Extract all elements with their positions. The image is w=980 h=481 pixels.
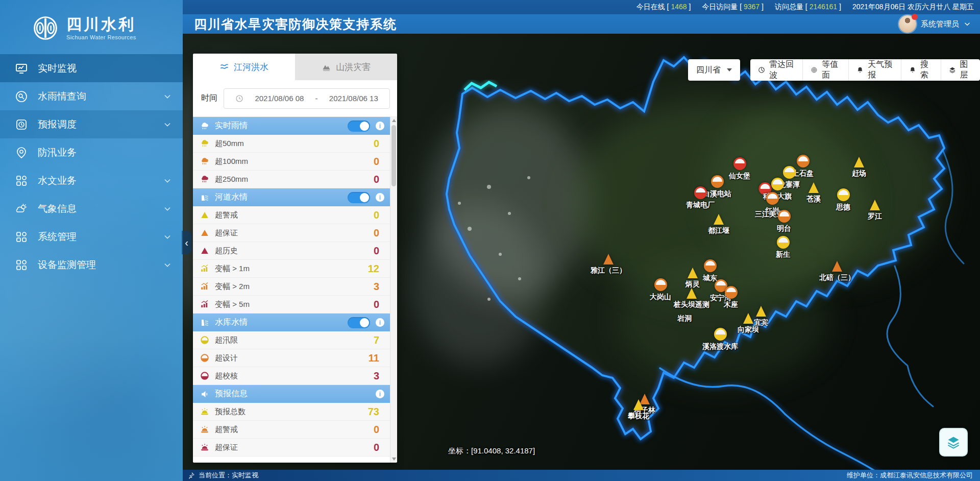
stat-row-value: 0: [374, 156, 379, 167]
stat-row[interactable]: 超100mm0: [193, 153, 390, 171]
stat-row[interactable]: 超历史0: [193, 242, 390, 260]
map-marker[interactable]: 罗江: [868, 200, 882, 221]
stat-row[interactable]: 超250mm0: [193, 171, 390, 188]
layers-icon: [946, 435, 961, 449]
sidebar-item[interactable]: 水文业务: [0, 166, 183, 195]
sidebar-item[interactable]: 实时监视: [0, 54, 183, 82]
map-marker[interactable]: 苍溪: [806, 182, 821, 204]
chevron-down-icon: [964, 20, 971, 28]
stat-row[interactable]: 变幅 > 2m3: [193, 278, 390, 296]
scroll-down-icon[interactable]: [390, 455, 397, 463]
section-header: 水库水情i: [193, 314, 390, 331]
toolbar-button[interactable]: 等值面: [802, 59, 848, 81]
panel-tabs: 江河洪水 山洪灾害: [193, 54, 397, 80]
toggle-switch[interactable]: [348, 121, 370, 132]
marker-label: 攀枝花: [628, 412, 649, 421]
sidebar-item[interactable]: 系统管理: [0, 223, 183, 251]
tab-river-flood[interactable]: 江河洪水: [193, 54, 295, 80]
map-marker[interactable]: 青城电厂: [686, 186, 715, 210]
stat-row[interactable]: 超警戒0: [193, 206, 390, 224]
stat-row[interactable]: 超保证0: [193, 439, 390, 456]
stat-row-label: 超50mm: [215, 139, 374, 149]
map-marker[interactable]: 大岗山: [650, 278, 671, 302]
stat-row-label: 超校核: [215, 371, 374, 381]
toolbar-button[interactable]: 图层: [941, 59, 980, 81]
sidebar-item[interactable]: 预报调度: [0, 110, 183, 138]
basemap-button[interactable]: [939, 428, 968, 456]
toolbar-button[interactable]: 雷达回波: [750, 59, 802, 81]
triangle-marker-icon: [603, 254, 614, 264]
info-icon[interactable]: i: [376, 122, 384, 130]
info-icon[interactable]: i: [376, 193, 384, 202]
map-marker[interactable]: 岩洞: [677, 312, 692, 323]
layers-icon: [949, 65, 956, 75]
stat-row[interactable]: 超警戒0: [193, 421, 390, 439]
info-icon[interactable]: i: [376, 390, 384, 398]
stat-row[interactable]: 超50mm0: [193, 135, 390, 153]
sidebar-collapse-button[interactable]: ‹: [182, 231, 191, 254]
stat-row-label: 预报总数: [215, 407, 368, 417]
alarm-icon: [200, 407, 209, 416]
marker-label: 雅江（三）: [591, 266, 626, 275]
circle-marker-icon: [714, 328, 727, 341]
stat-label: 今日在线 [: [636, 3, 671, 11]
marker-label: 岩洞: [677, 314, 692, 323]
stat-row[interactable]: 变幅 > 5m0: [193, 296, 390, 314]
map-marker[interactable]: 攀枝花: [628, 399, 649, 421]
map-marker[interactable]: 宜宾: [754, 306, 768, 327]
section-header: 预报信息i: [193, 385, 390, 403]
sidebar-item-label: 气象信息: [38, 202, 163, 215]
map-marker[interactable]: 仙女堡: [729, 157, 750, 181]
map-marker[interactable]: 赶场: [852, 157, 866, 178]
marker-label: 罗江: [868, 212, 882, 221]
section-title: 预报信息: [215, 389, 376, 399]
info-icon[interactable]: i: [376, 318, 384, 327]
stat-row[interactable]: 变幅 > 1m12: [193, 260, 390, 278]
stat-row[interactable]: 超保证0: [193, 224, 390, 242]
map-marker[interactable]: 都江堰: [708, 214, 729, 235]
map-marker[interactable]: 桩头坝遥测: [674, 288, 709, 309]
time-range-input[interactable]: 2021/08/06 08 - 2021/08/06 13: [224, 88, 390, 109]
sidebar-item[interactable]: 防汛业务: [0, 138, 183, 166]
tab-mountain-flood[interactable]: 山洪灾害: [295, 54, 397, 80]
scrollbar-thumb[interactable]: [391, 125, 396, 186]
stat-row[interactable]: 超汛限7: [193, 331, 390, 349]
sidebar-item[interactable]: 设备监测管理: [0, 251, 183, 279]
sidebar-item-label: 防汛业务: [38, 146, 172, 159]
map-marker[interactable]: 雅江（三）: [591, 254, 626, 275]
sidebar-item[interactable]: 水雨情查询: [0, 82, 183, 110]
map-marker[interactable]: 溪洛渡水库: [702, 328, 738, 351]
notification-dot: [912, 14, 918, 20]
user-menu[interactable]: 系统管理员: [899, 15, 971, 33]
map-marker[interactable]: 炳灵: [685, 268, 700, 289]
marker-label: 都江堰: [708, 226, 729, 235]
stat-row[interactable]: 超校核3: [193, 367, 390, 385]
map-marker[interactable]: 北碚（三）: [819, 261, 855, 282]
toolbar-button[interactable]: 搜索: [901, 59, 940, 81]
stat-row-label: 超100mm: [215, 157, 374, 166]
rain-cloud-icon: [200, 122, 209, 131]
map-toolbar: 雷达回波等值面天气预报搜索图层: [750, 59, 980, 81]
panel-list: 实时雨情i超50mm0超100mm0超250mm0河道水情i超警戒0超保证0超历…: [193, 117, 390, 463]
toggle-switch[interactable]: [348, 192, 370, 203]
stat-row-label: 超警戒: [215, 425, 374, 435]
triangle-marker-icon: [808, 182, 819, 193]
region-selector[interactable]: 四川省: [688, 59, 740, 81]
visit-stat: 今日在线 [ 1468 ]: [636, 3, 691, 12]
map-marker[interactable]: 木座: [724, 286, 738, 309]
map-marker[interactable]: 明台: [777, 210, 791, 233]
stat-row[interactable]: 超设计11: [193, 349, 390, 367]
scrollbar[interactable]: [390, 117, 397, 463]
sidebar: 四川水利 Sichuan Water Resources 实时监视水雨情查询预报…: [0, 0, 183, 481]
stat-row[interactable]: 预报总数73: [193, 403, 390, 421]
stat-value: 2146161: [810, 3, 838, 11]
map-marker[interactable]: 思德: [836, 188, 850, 212]
bell-icon: [909, 65, 916, 75]
map-marker[interactable]: 新生: [776, 236, 790, 259]
toolbar-button[interactable]: 天气预报: [848, 59, 901, 81]
toggle-switch[interactable]: [348, 317, 370, 328]
sidebar-item[interactable]: 气象信息: [0, 195, 183, 223]
triangle-marker-icon: [633, 399, 644, 410]
map-canvas[interactable]: 仙女堡上石盘龙寨潭赶场苍溪思德罗江白溪电站青城电厂科光大旗红岩三江美亚明台都江堰…: [183, 34, 980, 470]
scroll-up-icon[interactable]: [390, 117, 397, 124]
